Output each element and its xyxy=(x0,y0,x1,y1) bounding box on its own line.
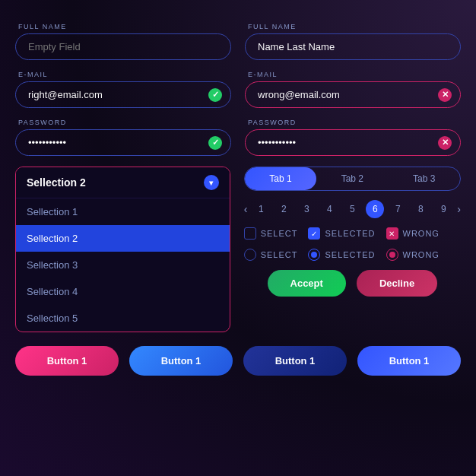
right-panel: Tab 1 Tab 2 Tab 3 ‹ 1 2 3 4 5 6 7 8 9 › … xyxy=(244,167,461,297)
checkbox-selected[interactable]: ✓ SELECTED xyxy=(308,227,375,240)
dropdown-item-5[interactable]: Sellection 5 xyxy=(16,305,230,332)
main-row: Sellection 2 ▾ Sellection 1 Sellection 2… xyxy=(15,167,461,332)
button-1-bright[interactable]: Button 1 xyxy=(357,346,461,376)
bottom-buttons: Button 1 Button 1 Button 1 Button 1 xyxy=(15,346,461,376)
checkbox-wrong-box: ✕ xyxy=(386,227,398,240)
checkbox-select-box xyxy=(244,227,256,240)
dropdown-item-3[interactable]: Sellection 3 xyxy=(16,252,230,278)
email-right-icon xyxy=(208,88,222,102)
email-wrong-icon xyxy=(438,88,452,102)
button-1-dark[interactable]: Button 1 xyxy=(243,346,347,376)
page-7[interactable]: 7 xyxy=(389,200,407,218)
email-wrong-wrapper xyxy=(245,81,461,108)
dropdown-arrow-icon: ▾ xyxy=(204,175,219,190)
radio-row: SELECT SELECTED WRONG xyxy=(244,249,461,261)
page-8[interactable]: 8 xyxy=(411,200,430,218)
pagination-prev[interactable]: ‹ xyxy=(244,203,248,215)
radio-wrong-circle xyxy=(386,249,398,261)
checkbox-selected-box: ✓ xyxy=(308,227,320,240)
button-1-pink[interactable]: Button 1 xyxy=(15,346,119,376)
page-9[interactable]: 9 xyxy=(434,200,452,218)
dropdown-container: Sellection 2 ▾ Sellection 1 Sellection 2… xyxy=(15,167,230,332)
fullname-empty-label: FULL NAME xyxy=(15,23,231,30)
email-wrong-group: E-MAIL xyxy=(245,71,461,108)
password-wrong-input[interactable] xyxy=(245,129,461,156)
radio-select-circle xyxy=(244,249,256,261)
checkbox-selected-label: SELECTED xyxy=(325,229,375,238)
fullname-empty-group: FULL NAME xyxy=(15,23,231,60)
check-mark: ✓ xyxy=(311,230,318,238)
password-right-icon xyxy=(208,136,222,150)
radio-selected[interactable]: SELECTED xyxy=(308,249,375,261)
fullname-empty-input[interactable] xyxy=(15,33,231,60)
dropdown-item-4[interactable]: Sellection 4 xyxy=(16,278,230,305)
page-6[interactable]: 6 xyxy=(366,200,384,218)
dropdown-title: Sellection 2 xyxy=(27,176,86,189)
email-row: E-MAIL E-MAIL xyxy=(15,71,461,108)
page-3[interactable]: 3 xyxy=(297,200,316,218)
email-right-input[interactable] xyxy=(15,81,231,108)
x-mark: ✕ xyxy=(389,230,395,238)
dropdown-header[interactable]: Sellection 2 ▾ xyxy=(16,167,230,198)
checkbox-wrong-label: WRONG xyxy=(403,229,440,238)
fullname-filled-label: FULL NAME xyxy=(245,23,461,30)
password-right-input[interactable] xyxy=(15,129,231,156)
checkbox-select[interactable]: SELECT xyxy=(244,227,298,240)
pagination-next[interactable]: › xyxy=(457,203,461,215)
pagination: ‹ 1 2 3 4 5 6 7 8 9 › xyxy=(244,200,461,218)
tab-3[interactable]: Tab 3 xyxy=(389,167,460,190)
accept-button[interactable]: Accept xyxy=(268,270,346,297)
email-wrong-input[interactable] xyxy=(245,81,461,108)
fullname-filled-input[interactable] xyxy=(245,33,461,60)
email-right-wrapper xyxy=(15,81,231,108)
checkbox-wrong[interactable]: ✕ WRONG xyxy=(386,227,440,240)
fullname-empty-wrapper xyxy=(15,33,231,60)
page-2[interactable]: 2 xyxy=(274,200,293,218)
radio-wrong[interactable]: WRONG xyxy=(386,249,440,261)
tab-2[interactable]: Tab 2 xyxy=(316,167,388,190)
password-wrong-label: PASSWORD xyxy=(245,119,461,126)
radio-selected-circle xyxy=(308,249,320,261)
tabs-container: Tab 1 Tab 2 Tab 3 xyxy=(244,167,461,191)
fullname-filled-group: FULL NAME xyxy=(245,23,461,60)
password-wrong-icon xyxy=(438,136,452,150)
password-wrong-group: PASSWORD xyxy=(245,119,461,156)
dropdown-item-1[interactable]: Sellection 1 xyxy=(16,198,230,225)
dropdown-item-2[interactable]: Sellection 2 xyxy=(16,225,230,252)
radio-select[interactable]: SELECT xyxy=(244,249,298,261)
password-right-label: PASSWORD xyxy=(15,119,231,126)
email-right-group: E-MAIL xyxy=(15,71,231,108)
page-1[interactable]: 1 xyxy=(252,200,270,218)
button-1-blue[interactable]: Button 1 xyxy=(129,346,233,376)
action-buttons: Accept Decline xyxy=(244,270,461,297)
checkbox-select-label: SELECT xyxy=(261,229,298,238)
decline-button[interactable]: Decline xyxy=(357,270,437,297)
radio-wrong-label: WRONG xyxy=(403,250,440,259)
radio-selected-label: SELECTED xyxy=(325,250,375,259)
password-right-wrapper xyxy=(15,129,231,156)
page-5[interactable]: 5 xyxy=(343,200,361,218)
page-4[interactable]: 4 xyxy=(320,200,338,218)
password-wrong-wrapper xyxy=(245,129,461,156)
fullname-filled-wrapper xyxy=(245,33,461,60)
checkbox-row: SELECT ✓ SELECTED ✕ WRONG xyxy=(244,227,461,240)
radio-select-label: SELECT xyxy=(261,250,298,259)
fullname-row: FULL NAME FULL NAME xyxy=(15,23,461,60)
tab-1[interactable]: Tab 1 xyxy=(245,167,316,190)
email-right-label: E-MAIL xyxy=(15,71,231,78)
password-right-group: PASSWORD xyxy=(15,119,231,156)
email-wrong-label: E-MAIL xyxy=(245,71,461,78)
password-row: PASSWORD PASSWORD xyxy=(15,119,461,156)
